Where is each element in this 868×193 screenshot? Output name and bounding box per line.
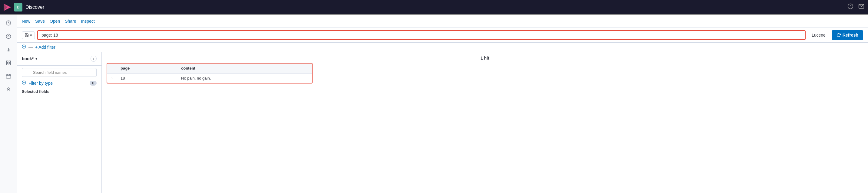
save-query-button[interactable]: ▾ <box>22 31 35 39</box>
hits-count-value: 1 hit <box>480 56 489 61</box>
table-row: › 18 No pain, no gain. <box>107 73 312 83</box>
save-button[interactable]: Save <box>35 18 45 25</box>
top-bar: D Discover <box>0 0 868 14</box>
collapse-sidebar-button[interactable]: ‹ <box>91 56 97 62</box>
kibana-logo <box>4 4 11 11</box>
svg-rect-13 <box>9 61 10 62</box>
index-chevron[interactable]: ▾ <box>35 57 37 61</box>
search-fields-input[interactable] <box>22 68 97 77</box>
svg-rect-16 <box>6 74 10 78</box>
search-fields-wrap <box>17 66 101 79</box>
refresh-icon <box>837 33 841 37</box>
lucene-button[interactable]: Lucene <box>808 33 829 37</box>
add-filter-button[interactable]: + Add filter <box>35 45 55 50</box>
filter-by-type-count: 0 <box>90 81 97 86</box>
svg-point-8 <box>7 36 9 37</box>
svg-point-7 <box>6 34 10 39</box>
index-name: book* <box>22 56 34 61</box>
filter-by-type-row[interactable]: Filter by type 0 <box>17 79 101 87</box>
app-title: Discover <box>26 4 844 10</box>
refresh-button[interactable]: Refresh <box>832 30 863 40</box>
nav-management[interactable] <box>2 84 14 96</box>
svg-rect-12 <box>6 61 8 62</box>
new-button[interactable]: New <box>22 18 30 25</box>
page-cell: 18 <box>117 73 178 83</box>
hits-count: 1 hit <box>106 56 863 61</box>
notification-icon[interactable] <box>847 3 854 11</box>
nav-clock[interactable] <box>2 17 14 29</box>
selected-fields-label: Selected fields <box>17 87 101 95</box>
search-input-wrap[interactable]: page: 18 <box>37 30 806 40</box>
inspect-button[interactable]: Inspect <box>81 18 95 25</box>
refresh-label: Refresh <box>842 33 858 37</box>
mail-icon[interactable] <box>858 3 864 11</box>
nav-visualize[interactable] <box>2 43 14 56</box>
filter-row: — + Add filter <box>17 43 868 52</box>
index-selector: book* ▾ ‹ <box>17 56 101 66</box>
filter-separator: — <box>28 45 33 50</box>
search-bar-row: ▾ page: 18 Lucene Refresh <box>17 28 868 43</box>
nav-timelion[interactable] <box>2 70 14 82</box>
svg-rect-15 <box>9 64 10 65</box>
search-query-text: page: 18 <box>41 33 801 37</box>
left-nav <box>0 14 17 193</box>
share-button[interactable]: Share <box>65 18 76 25</box>
dropdown-icon: ▾ <box>30 33 32 37</box>
nav-discover[interactable] <box>2 30 14 42</box>
user-avatar[interactable]: D <box>14 3 23 11</box>
content-area: New Save Open Share Inspect ▾ page: 18 L… <box>17 14 868 193</box>
filter-by-type-label: Filter by type <box>28 81 87 86</box>
expand-row-button[interactable]: › <box>107 74 117 82</box>
sidebar: book* ▾ ‹ Filter by type 0 <box>17 52 102 193</box>
toolbar: New Save Open Share Inspect <box>17 14 868 28</box>
main-layout: New Save Open Share Inspect ▾ page: 18 L… <box>0 14 868 193</box>
results-area: 1 hit page content › 18 No pain, no gain… <box>102 52 868 193</box>
svg-point-20 <box>7 88 9 90</box>
open-button[interactable]: Open <box>50 18 60 25</box>
content-cell: No pain, no gain. <box>178 73 312 83</box>
top-bar-actions <box>847 3 864 11</box>
bottom-area: book* ▾ ‹ Filter by type 0 <box>17 52 868 193</box>
page-column-header: page <box>117 64 178 73</box>
content-column-header: content <box>178 64 312 73</box>
filter-type-icon <box>22 81 26 86</box>
results-table: page content › 18 No pain, no gain. <box>106 63 313 84</box>
filter-icon <box>22 44 26 50</box>
svg-rect-14 <box>6 64 8 65</box>
search-fields-container <box>22 68 97 77</box>
nav-dashboard[interactable] <box>2 57 14 69</box>
expand-column-header <box>107 64 117 73</box>
save-query-icon <box>25 33 29 37</box>
table-header: page content <box>107 64 312 73</box>
